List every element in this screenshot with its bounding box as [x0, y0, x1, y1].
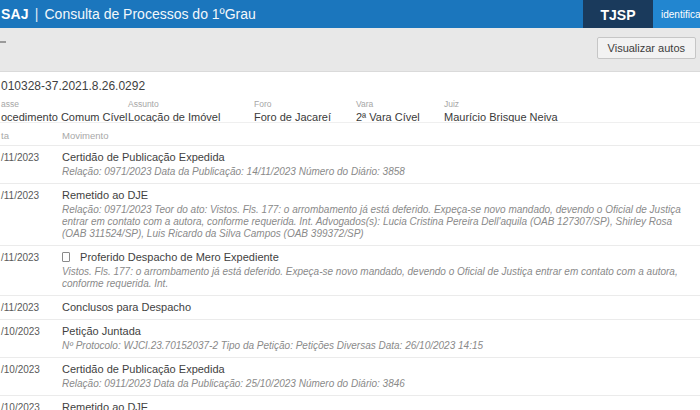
movement-title: Proferido Despacho de Mero Expediente	[80, 251, 279, 263]
movement-body: Certidão de Publicação Expedida Relação:…	[62, 151, 700, 178]
movement-row: /11/2023 Certidão de Publicação Expedida…	[0, 145, 700, 183]
movement-description: Relação: 0911/2023 Data da Publicação: 2…	[62, 378, 696, 390]
movement-description: Relação: 0971/2023 Teor do ato: Vistos. …	[62, 204, 696, 240]
process-field-label: Foro	[254, 98, 348, 110]
movement-body: Proferido Despacho de Mero Expediente Vi…	[62, 251, 700, 290]
process-field-label: Assunto	[128, 98, 246, 110]
cut-text-fragment	[0, 41, 6, 43]
process-field: Foro Foro de Jacareí	[254, 98, 356, 124]
process-field: Vara 2ª Vara Cível	[356, 98, 444, 124]
movement-date: /10/2023	[1, 325, 62, 352]
movement-date: /10/2023	[1, 363, 62, 390]
movement-body: Remetido ao DJE Relação: 0971/2023 Teor …	[62, 189, 700, 240]
process-field-label: asse	[1, 98, 120, 110]
movement-row: /11/2023 Conclusos para Despacho	[0, 295, 700, 319]
top-bar: SAJ | Consulta de Processos do 1ºGrau TJ…	[0, 0, 700, 28]
movement-date: /11/2023	[1, 301, 62, 314]
process-fields: asse ocedimento Comum Cível Assunto Loca…	[1, 98, 700, 124]
process-field-label: Juiz	[444, 98, 558, 110]
esaj-logo-text: SAJ	[1, 6, 29, 22]
movement-body: Certidão de Publicação Expedida Relação:…	[62, 363, 700, 390]
movements-section: ta Movimento /11/2023 Certidão de Public…	[0, 122, 700, 410]
movement-date: /11/2023	[1, 189, 62, 240]
logo-separator: |	[35, 6, 39, 22]
movement-body: Conclusos para Despacho	[62, 301, 700, 314]
document-icon[interactable]	[62, 252, 70, 262]
movement-body: Remetido ao DJE Relação: 0911/2023 Teor …	[62, 401, 700, 410]
esaj-logo[interactable]: SAJ | Consulta de Processos do 1ºGrau	[1, 0, 256, 28]
movement-title-line: Petição Juntada	[62, 325, 696, 338]
movements-table-header: ta Movimento	[0, 122, 700, 145]
movement-title-line: Conclusos para Despacho	[62, 301, 696, 314]
movement-title: Remetido ao DJE	[62, 401, 148, 410]
movement-title: Conclusos para Despacho	[62, 301, 191, 313]
movement-title-line: Remetido ao DJE	[62, 189, 696, 202]
movement-title-line: Certidão de Publicação Expedida	[62, 151, 696, 164]
movement-title-line: Certidão de Publicação Expedida	[62, 363, 696, 376]
movement-description: Relação: 0971/2023 Data da Publicação: 1…	[62, 166, 696, 178]
process-field: Juiz Maurício Brisque Neiva	[444, 98, 566, 124]
movement-description: Nº Protocolo: WJCI.23.70152037-2 Tipo da…	[62, 340, 696, 352]
esaj-consulta-page: SAJ | Consulta de Processos do 1ºGrau TJ…	[0, 0, 700, 410]
process-field: asse ocedimento Comum Cível	[1, 98, 128, 124]
movement-title: Petição Juntada	[62, 325, 141, 337]
toolbar: Visualizar autos	[0, 28, 700, 72]
movement-description: Vistos. Fls. 177: o arrombamento já está…	[62, 266, 696, 290]
movement-title-line: Proferido Despacho de Mero Expediente	[62, 251, 696, 264]
movement-row: /11/2023 Remetido ao DJE Relação: 0971/2…	[0, 183, 700, 245]
movement-body: Petição Juntada Nº Protocolo: WJCI.23.70…	[62, 325, 700, 352]
movement-date: /11/2023	[1, 151, 62, 178]
movement-title-line: Remetido ao DJE	[62, 401, 696, 410]
process-field: Assunto Locação de Imóvel	[128, 98, 254, 124]
movement-date: /10/2023	[1, 401, 62, 410]
column-header-movement: Movimento	[62, 130, 108, 141]
visualizar-autos-button[interactable]: Visualizar autos	[597, 37, 696, 59]
movement-row: /10/2023 Petição Juntada Nº Protocolo: W…	[0, 319, 700, 357]
movement-title: Remetido ao DJE	[62, 189, 148, 201]
movement-row: /10/2023 Remetido ao DJE Relação: 0911/2…	[0, 395, 700, 410]
movements-rows: /11/2023 Certidão de Publicação Expedida…	[0, 145, 700, 410]
column-header-date: ta	[1, 130, 62, 141]
tjsp-logo[interactable]: TJSP	[583, 0, 653, 30]
movement-row: /11/2023 Proferido Despacho de Mero Expe…	[0, 245, 700, 295]
process-number: 010328-37.2021.8.26.0292	[1, 78, 700, 94]
identify-link[interactable]: identifica	[653, 0, 700, 28]
process-field-label: Vara	[356, 98, 436, 110]
page-title: Consulta de Processos do 1ºGrau	[44, 6, 255, 22]
process-header-section: 010328-37.2021.8.26.0292 asse ocedimento…	[0, 72, 700, 124]
movement-title: Certidão de Publicação Expedida	[62, 363, 225, 375]
movement-row: /10/2023 Certidão de Publicação Expedida…	[0, 357, 700, 395]
movement-title: Certidão de Publicação Expedida	[62, 151, 225, 163]
movement-date: /11/2023	[1, 251, 62, 290]
